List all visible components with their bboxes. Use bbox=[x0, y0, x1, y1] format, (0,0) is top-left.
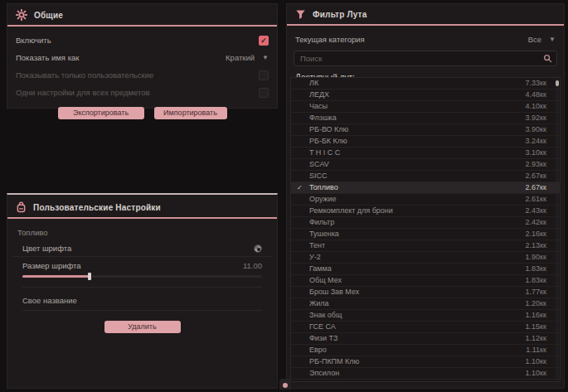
loot-value: 1.20кк bbox=[526, 298, 546, 309]
loot-row[interactable]: Знак общ 1.16кк bbox=[291, 310, 560, 322]
loot-value: 1.83кк bbox=[526, 264, 546, 274]
gear-icon bbox=[16, 9, 27, 21]
loot-name: ЛЕДХ bbox=[309, 90, 468, 100]
loot-row[interactable]: Оружие 2.61кк bbox=[291, 194, 560, 206]
general-panel: Общие Включить ✓ Показать имя как Кратки… bbox=[7, 3, 278, 109]
loot-row[interactable]: Фильтр 2.42кк bbox=[291, 217, 560, 229]
loot-row[interactable]: Жила 1.20кк bbox=[291, 298, 560, 310]
backpack-icon bbox=[16, 201, 27, 213]
loot-name: У-2 bbox=[309, 252, 468, 263]
enable-checkbox[interactable]: ✓ bbox=[259, 36, 269, 46]
loot-value: 2.13кк bbox=[526, 240, 546, 251]
loot-name: ГСЕ СА bbox=[309, 322, 468, 332]
funnel-icon bbox=[295, 9, 306, 20]
font-size-row: Размер шрифта 11.00 bbox=[12, 259, 272, 272]
loot-filter-header: Фильтр Лута bbox=[287, 4, 564, 24]
bottom-handle-icon[interactable] bbox=[279, 379, 291, 390]
loot-name: Тент bbox=[309, 240, 468, 251]
loot-row[interactable]: РБ-ВО Клю 3.90кк bbox=[291, 124, 560, 136]
loot-row[interactable]: T H I C C 3.10кк bbox=[291, 148, 560, 159]
custom-name-input[interactable] bbox=[22, 294, 262, 311]
loot-row[interactable]: Тушенка 2.16кк bbox=[291, 229, 560, 240]
chevron-down-icon: ▼ bbox=[549, 36, 556, 43]
loot-row[interactable]: ✓ Топливо 2.67кк bbox=[291, 182, 560, 194]
loot-value: 7.33кк bbox=[526, 78, 546, 89]
selected-item-label: Топливо bbox=[7, 220, 277, 240]
loot-value: 2.42кк bbox=[526, 217, 546, 228]
loot-row[interactable]: Гамма 1.83кк bbox=[291, 264, 560, 275]
enable-row: Включить ✓ bbox=[7, 31, 277, 49]
loot-name: SICC bbox=[309, 171, 468, 181]
loot-row[interactable]: Эпсилон 1.10кк bbox=[291, 368, 560, 380]
loot-name: Оружие bbox=[309, 194, 468, 205]
loot-row[interactable]: У-2 1.90кк bbox=[291, 252, 560, 264]
loot-name: Фильтр bbox=[309, 217, 468, 228]
loot-value: 1.12кк bbox=[526, 333, 546, 344]
import-button[interactable]: Импортировать bbox=[154, 107, 227, 119]
search-input[interactable] bbox=[299, 53, 543, 64]
loot-row[interactable]: SCAV 2.93кк bbox=[291, 159, 560, 171]
name-mode-row: Показать имя как Краткий ▼ bbox=[7, 49, 277, 66]
loot-value: 4.48кк bbox=[526, 90, 546, 100]
loot-name: Часы bbox=[309, 101, 468, 112]
loot-name: Гамма bbox=[309, 264, 468, 274]
loot-name: 0.2BTC bbox=[309, 380, 468, 382]
user-settings-panel: Пользовательские Настройки Топливо Цвет … bbox=[7, 193, 278, 389]
loot-list: ЛК 7.33кк ЛЕДХ 4.48кк Часы 4.10кк Флэшка… bbox=[290, 77, 561, 382]
general-panel-title: Общие bbox=[34, 11, 63, 20]
loot-row[interactable]: SICC 2.67кк bbox=[291, 171, 560, 182]
loot-row[interactable]: Тент 2.13кк bbox=[291, 240, 560, 252]
loot-filter-title: Фильтр Лута bbox=[313, 10, 367, 19]
loot-name: Эпсилон bbox=[309, 368, 468, 379]
search-icon[interactable] bbox=[543, 54, 552, 63]
loot-name: Флэшка bbox=[309, 113, 468, 123]
loot-name: Топливо bbox=[309, 182, 468, 193]
user-settings-divider bbox=[7, 217, 277, 219]
font-size-label: Размер шрифта bbox=[22, 261, 81, 270]
category-select[interactable]: Все ▼ bbox=[528, 35, 556, 44]
font-color-label: Цвет шрифта bbox=[22, 244, 71, 253]
name-mode-select[interactable]: Краткий ▼ bbox=[226, 53, 269, 62]
loot-row[interactable]: Ремкомплект для брони 2.43кк bbox=[291, 206, 560, 217]
loot-row[interactable]: РБ-ПКПМ Клю 1.10кк bbox=[291, 356, 560, 368]
mod-config-page: Общие Включить ✓ Показать имя как Кратки… bbox=[0, 0, 568, 392]
export-button[interactable]: Экспортировать bbox=[58, 107, 144, 119]
loot-row[interactable]: ЛК 7.33кк bbox=[291, 78, 560, 90]
loot-value: 3.90кк bbox=[526, 124, 546, 135]
loot-value: 1.10кк bbox=[526, 368, 546, 379]
loot-value: 1.90кк bbox=[526, 252, 546, 263]
same-settings-checkbox[interactable]: ✓ bbox=[259, 88, 269, 98]
loot-row[interactable]: Физи ТЗ 1.12кк bbox=[291, 333, 560, 345]
loot-filter-panel: Фильтр Лута Текущая категория Все ▼ Дост… bbox=[286, 3, 565, 389]
loot-row[interactable]: Евро 1.11кк bbox=[291, 345, 560, 356]
loot-row[interactable]: 0.2BTC 1.05кк bbox=[291, 380, 560, 382]
only-custom-checkbox[interactable]: ✓ bbox=[259, 70, 269, 80]
loot-row[interactable]: ЛЕДХ 4.48кк bbox=[291, 90, 560, 101]
loot-name: T H I C C bbox=[309, 148, 468, 158]
loot-value: 2.67кк bbox=[526, 182, 546, 193]
font-color-row: Цвет шрифта bbox=[12, 240, 272, 257]
loot-row[interactable]: Часы 4.10кк bbox=[291, 101, 560, 113]
loot-value: 1.10кк bbox=[526, 356, 546, 367]
loot-row[interactable]: Брош Зав Мех 1.77кк bbox=[291, 287, 560, 298]
loot-row[interactable]: РБ-БК Клю 3.24кк bbox=[291, 136, 560, 148]
export-import-row: Экспортировать Импортировать bbox=[7, 107, 277, 119]
enable-label: Включить bbox=[16, 36, 51, 45]
loot-value: 2.61кк bbox=[526, 194, 546, 205]
loot-filter-divider bbox=[287, 24, 564, 26]
loot-row[interactable]: ГСЕ СА 1.15кк bbox=[291, 322, 560, 333]
delete-button[interactable]: Удалить bbox=[104, 321, 181, 333]
loot-value: 1.11кк bbox=[526, 345, 546, 356]
loot-row[interactable]: Флэшка 3.92кк bbox=[291, 113, 560, 124]
loot-name: РБ-ВО Клю bbox=[309, 124, 468, 135]
same-settings-label: Одни настройки для всех предметов bbox=[16, 88, 150, 97]
font-size-slider[interactable] bbox=[22, 273, 262, 288]
same-settings-row: Одни настройки для всех предметов ✓ bbox=[7, 84, 277, 101]
search-box bbox=[294, 51, 557, 66]
loot-row[interactable]: Общ Мех 1.83кк bbox=[291, 275, 560, 287]
color-palette-icon[interactable] bbox=[254, 244, 262, 253]
slider-thumb[interactable] bbox=[88, 273, 91, 280]
loot-name: Брош Зав Мех bbox=[309, 287, 468, 298]
category-value: Все bbox=[528, 35, 541, 44]
loot-value: 1.83кк bbox=[526, 275, 546, 286]
